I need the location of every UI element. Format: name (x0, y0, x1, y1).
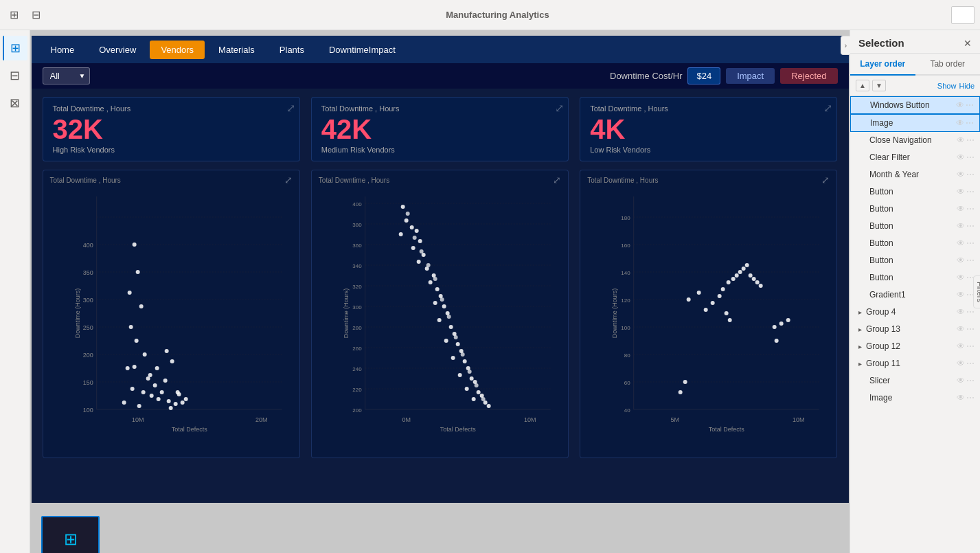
visibility-icon[interactable]: 👁 (957, 256, 965, 265)
visibility-icon[interactable]: 👁 (957, 170, 965, 179)
more-icon[interactable]: ⋯ (966, 187, 975, 196)
filters-side-tab[interactable]: Filters (973, 275, 980, 308)
kpi-expand-icon-0[interactable]: ⤢ (286, 102, 295, 115)
sidebar-icon-data[interactable]: ⊟ (3, 63, 27, 88)
visibility-icon[interactable]: 👁 (957, 187, 965, 196)
chart-expand-icon-2[interactable]: ⤢ (821, 174, 830, 185)
visibility-icon[interactable]: 👁 (957, 359, 965, 368)
more-icon[interactable]: ⋯ (966, 376, 975, 385)
selection-list-item[interactable]: Button👁⋯ (850, 183, 980, 201)
visibility-icon[interactable]: 👁 (957, 135, 965, 145)
panel-collapse-button[interactable]: › (841, 36, 850, 55)
more-icon[interactable]: ⋯ (966, 307, 975, 317)
visibility-icon[interactable]: 👁 (957, 324, 965, 334)
more-icon[interactable]: ⋯ (966, 135, 975, 145)
visibility-icon[interactable]: 👁 (957, 204, 965, 214)
grid-icon[interactable]: ⊞ (5, 7, 22, 23)
selection-list-item[interactable]: Button👁⋯ (850, 235, 980, 252)
kpi-expand-icon-1[interactable]: ⤢ (555, 102, 564, 115)
svg-point-161 (773, 325, 777, 329)
show-all-button[interactable]: Show (937, 82, 957, 90)
selection-list-item[interactable]: Month & Year👁⋯ (850, 166, 980, 183)
svg-point-24 (142, 352, 146, 357)
selection-list-item[interactable]: ▸Group 12👁⋯ (850, 338, 980, 355)
svg-point-119 (467, 370, 471, 374)
selection-list-item[interactable]: Button👁⋯ (850, 218, 980, 235)
kpi-value-1: 42K (321, 115, 558, 143)
impact-button[interactable]: Impact (726, 68, 775, 84)
hide-all-button[interactable]: Hide (959, 82, 975, 90)
more-icon[interactable]: ⋯ (966, 170, 975, 179)
selection-list-item[interactable]: Windows Button👁⋯ (850, 96, 980, 114)
nav-vendors[interactable]: Vendors (150, 41, 205, 59)
nav-home[interactable]: Home (40, 41, 86, 59)
filter-icon[interactable]: ⊟ (27, 7, 44, 23)
svg-point-121 (481, 397, 485, 401)
visibility-icon[interactable]: 👁 (956, 118, 964, 128)
visibility-icon[interactable]: 👁 (957, 221, 965, 231)
svg-point-33 (148, 373, 152, 377)
nav-plants[interactable]: Plants (269, 41, 315, 59)
more-icon[interactable]: ⋯ (966, 118, 974, 128)
svg-text:400: 400 (82, 242, 93, 249)
tab-layer-order[interactable]: Layer order (850, 54, 915, 76)
visibility-icon[interactable]: 👁 (956, 100, 964, 110)
selection-list-item[interactable]: Button👁⋯ (850, 252, 980, 269)
selection-list-item[interactable]: ▸Group 11👁⋯ (850, 355, 980, 372)
svg-point-160 (728, 318, 732, 322)
page-thumbnail[interactable]: ⊞ (41, 516, 100, 553)
chart-expand-icon-1[interactable]: ⤢ (553, 174, 561, 185)
selection-list-item[interactable]: Image👁⋯ (850, 114, 980, 132)
svg-point-114 (433, 277, 437, 281)
visibility-icon[interactable]: 👁 (957, 273, 965, 282)
sel-item-name: Group 4 (866, 307, 954, 317)
svg-point-120 (474, 383, 478, 387)
nav-materials[interactable]: Materials (207, 41, 266, 59)
more-icon[interactable]: ⋯ (966, 221, 975, 231)
sel-item-name: Group 11 (866, 359, 954, 368)
sort-down-button[interactable]: ▼ (872, 80, 886, 91)
sidebar-icon-home[interactable]: ⊞ (3, 36, 27, 60)
more-icon[interactable]: ⋯ (966, 153, 975, 162)
visibility-icon[interactable]: 👁 (957, 290, 965, 300)
selection-list-item[interactable]: Button👁⋯ (850, 201, 980, 218)
more-icon[interactable]: ⋯ (966, 341, 975, 351)
selection-list-item[interactable]: Gradient1👁⋯ (850, 286, 980, 304)
more-icon[interactable]: ⋯ (966, 324, 975, 334)
more-icon[interactable]: ⋯ (966, 100, 974, 110)
visibility-icon[interactable]: 👁 (957, 376, 965, 385)
kpi-expand-icon-2[interactable]: ⤢ (823, 102, 832, 115)
svg-point-144 (697, 291, 701, 295)
rejected-button[interactable]: Rejected (780, 68, 837, 84)
more-icon[interactable]: ⋯ (966, 393, 975, 403)
thumbnail-content: ⊞ (43, 517, 98, 553)
nav-downtime-impact[interactable]: DowntimeImpact (318, 41, 407, 59)
menu-button[interactable]: ≡ (951, 6, 975, 24)
filter-dropdown[interactable]: All 2020 2021 2022 (43, 67, 90, 84)
svg-text:10M: 10M (131, 416, 144, 423)
selection-list-item[interactable]: ▸Group 4👁⋯ (850, 304, 980, 321)
sort-up-button[interactable]: ▲ (856, 80, 869, 91)
visibility-icon[interactable]: 👁 (957, 341, 965, 351)
selection-list-item[interactable]: Image👁⋯ (850, 390, 980, 407)
selection-list-item[interactable]: ▸Group 13👁⋯ (850, 321, 980, 338)
visibility-icon[interactable]: 👁 (957, 153, 965, 162)
svg-point-78 (398, 232, 402, 236)
more-icon[interactable]: ⋯ (966, 256, 975, 265)
nav-overview[interactable]: Overview (88, 41, 147, 59)
selection-close-button[interactable]: ✕ (964, 38, 972, 49)
visibility-icon[interactable]: 👁 (957, 393, 965, 403)
svg-point-27 (130, 387, 134, 391)
selection-list-item[interactable]: Button👁⋯ (850, 269, 980, 286)
selection-list-item[interactable]: Slicer👁⋯ (850, 372, 980, 390)
visibility-icon[interactable]: 👁 (957, 307, 965, 317)
tab-tab-order[interactable]: Tab order (915, 54, 981, 76)
selection-list-item[interactable]: Close Navigation👁⋯ (850, 132, 980, 149)
chart-expand-icon-0[interactable]: ⤢ (284, 174, 293, 185)
sidebar-icon-format[interactable]: ⊠ (3, 91, 27, 115)
more-icon[interactable]: ⋯ (966, 238, 975, 248)
selection-list-item[interactable]: Clear Filter👁⋯ (850, 149, 980, 166)
more-icon[interactable]: ⋯ (966, 204, 975, 214)
more-icon[interactable]: ⋯ (966, 359, 975, 368)
visibility-icon[interactable]: 👁 (957, 238, 965, 248)
